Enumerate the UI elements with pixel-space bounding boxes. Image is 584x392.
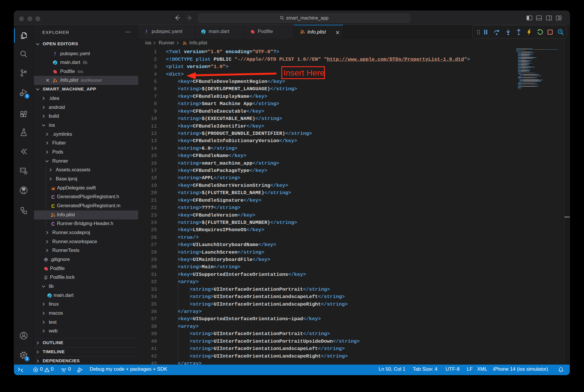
svg-text:C: C <box>51 221 55 226</box>
svg-text:!: ! <box>145 29 147 34</box>
svg-text:!: ! <box>54 51 56 56</box>
svg-text:C: C <box>51 203 55 208</box>
svg-text:C: C <box>51 194 55 199</box>
